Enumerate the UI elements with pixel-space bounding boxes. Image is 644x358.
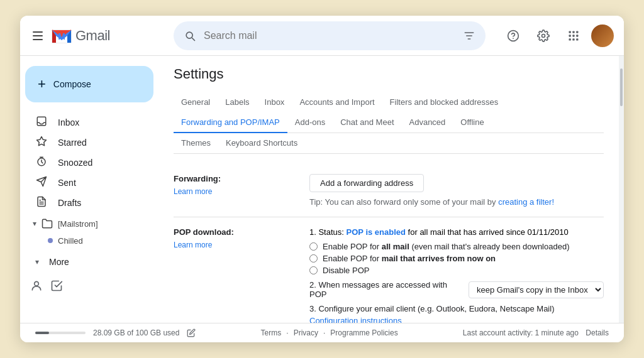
tab-keyboard-shortcuts[interactable]: Keyboard Shortcuts [218,133,305,154]
tasks-icon[interactable] [50,279,63,295]
svg-point-13 [35,281,39,286]
svg-rect-2 [569,31,571,33]
mailstrom-label: [Mailstrom] [58,219,98,229]
pop-option-all-mail[interactable]: Enable POP for all mail (even mail that'… [309,242,604,251]
tab-labels[interactable]: Labels [218,92,257,113]
creating-filter-link[interactable]: creating a filter! [498,197,554,207]
pop-content: 1. Status: POP is enabled for all mail t… [309,227,604,323]
pop-label: POP download: [174,227,299,237]
pop-status-suffix: for all mail that has arrived since 01/1… [408,227,569,237]
manage-storage-icon[interactable] [187,328,196,337]
apps-button[interactable] [561,23,586,48]
pop-option-from-now-radio[interactable] [309,254,318,263]
forwarding-label-col: Forwarding: Learn more [174,174,299,196]
sidebar-item-mailstrom[interactable]: ▾ [Mailstrom] [20,215,158,232]
app-title: Gmail [75,28,110,44]
tab-inbox[interactable]: Inbox [257,92,292,113]
search-bar[interactable] [174,21,486,50]
pop-option-disable[interactable]: Disable POP [309,266,604,275]
scroll-thumb[interactable] [620,68,623,106]
tab-advanced[interactable]: Advanced [402,112,453,133]
more-expand-icon: ▾ [35,258,39,266]
search-input[interactable] [204,30,455,41]
forwarding-tip: Tip: You can also forward only some of y… [309,197,604,207]
tab-offline[interactable]: Offline [453,112,491,133]
snoozed-icon [35,156,48,170]
sent-label: Sent [58,178,76,188]
page-title: Settings [174,66,604,82]
storage-used-label: 28.09 GB of 100 GB used [93,328,179,337]
pop-enabled-status: POP is enabled [347,227,406,237]
footer-links: Terms · Privacy · Programme Policies [261,328,398,337]
tab-filters[interactable]: Filters and blocked addresses [382,92,506,113]
chilled-label: Chilled [58,236,83,246]
avatar[interactable] [591,24,614,47]
account-icon[interactable] [30,279,43,295]
svg-rect-3 [572,31,574,33]
pop-status: 1. Status: POP is enabled for all mail t… [309,227,604,237]
folder-icon [42,218,53,229]
pop-config-instructions-link[interactable]: Configuration instructions [309,316,604,323]
forwarding-label: Forwarding: [174,174,299,183]
search-icon [184,30,196,42]
tune-icon[interactable] [463,30,475,42]
tab-chat-meet[interactable]: Chat and Meet [333,112,401,133]
compose-plus-icon: + [38,76,46,92]
starred-label: Starred [58,138,87,148]
svg-rect-8 [569,38,571,40]
settings-button[interactable] [531,23,556,48]
sidebar-item-chilled[interactable]: Chilled [20,232,158,249]
settings-tabs-row1: General Labels Inbox Accounts and Import… [174,92,604,133]
tab-addons[interactable]: Add-ons [287,112,333,133]
sidebar-item-inbox[interactable]: Inbox [20,112,148,133]
hamburger-menu-button[interactable] [30,28,45,43]
tab-general[interactable]: General [174,92,218,113]
svg-rect-7 [576,35,578,36]
settings-content: Settings General Labels Inbox Accounts a… [158,56,619,323]
header-right [501,23,614,48]
pop-options: Enable POP for all mail (even mail that'… [309,242,604,275]
compose-button[interactable]: + Compose [25,66,153,102]
pop-option-disable-radio[interactable] [309,266,318,274]
sidebar-item-more[interactable]: ▾ More [20,252,148,272]
tab-forwarding[interactable]: Forwarding and POP/IMAP [174,112,287,133]
pop-download-row: POP download: Learn more 1. Status: POP … [174,217,604,323]
gmail-logo: M Gmail [50,24,110,47]
svg-rect-5 [569,35,571,36]
forwarding-content: Add a forwarding address Tip: You can al… [309,174,604,207]
sent-icon [35,176,48,190]
help-button[interactable] [501,23,526,48]
privacy-link[interactable]: Privacy [294,328,318,337]
footer-right: Last account activity: 1 minute ago Deta… [463,328,609,337]
header-left: M Gmail [30,24,169,47]
add-forwarding-address-button[interactable]: Add a forwarding address [309,174,424,192]
sidebar-item-drafts[interactable]: Drafts [20,193,148,213]
drafts-icon [35,196,48,210]
when-accessed-label: 2. When messages are accessed with POP [309,280,464,299]
svg-rect-4 [576,31,578,33]
details-link[interactable]: Details [586,328,609,337]
svg-rect-10 [576,38,578,40]
app-header: M Gmail [20,16,624,56]
snoozed-label: Snoozed [58,158,92,168]
starred-icon [35,136,48,150]
terms-link[interactable]: Terms [261,328,282,337]
tab-themes[interactable]: Themes [174,133,218,154]
sidebar-item-snoozed[interactable]: Snoozed [20,153,148,173]
sidebar-item-starred[interactable]: Starred [20,133,148,153]
pop-option-all-mail-radio[interactable] [309,242,318,251]
inbox-icon [35,116,48,130]
pop-option-from-now[interactable]: Enable POP for mail that arrives from no… [309,254,604,263]
forwarding-learn-more[interactable]: Learn more [174,187,212,196]
when-accessed-row: 2. When messages are accessed with POP k… [309,280,604,299]
scroll-indicator [619,56,624,323]
gmail-logo-icon: M [50,24,73,47]
folder-dot-icon [48,238,53,243]
pop-action-select[interactable]: keep Gmail's copy in the Inbox archive G… [469,281,604,298]
forwarding-row: Forwarding: Learn more Add a forwarding … [174,164,604,217]
programme-policies-link[interactable]: Programme Policies [330,328,397,337]
sidebar-item-sent[interactable]: Sent [20,173,148,193]
tab-accounts[interactable]: Accounts and Import [292,92,382,113]
svg-text:M: M [58,31,65,41]
pop-learn-more[interactable]: Learn more [174,241,212,249]
